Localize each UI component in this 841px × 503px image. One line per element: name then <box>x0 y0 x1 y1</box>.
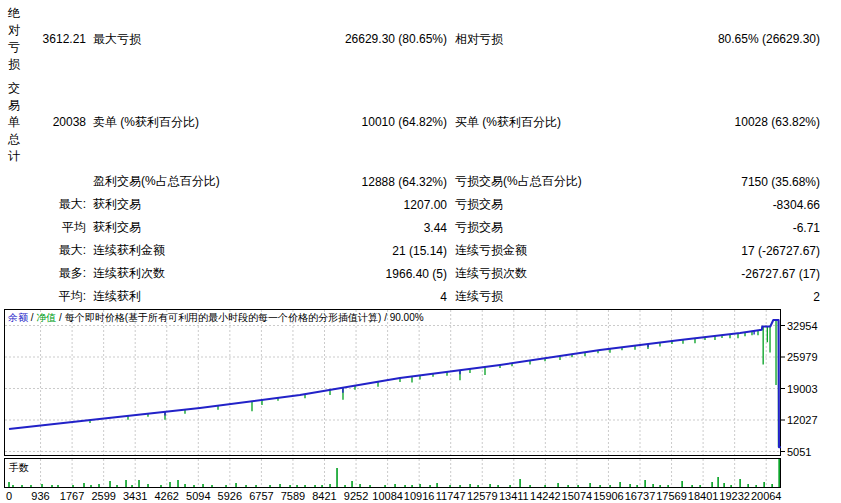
y-tick-label: 5051 <box>787 446 811 458</box>
legend-model-description: 每个即时价格(基于所有可利用的最小时段的每一个价格的分形插值计算) <box>65 312 382 323</box>
x-tick-label: 16737 <box>625 490 656 502</box>
legend-separator: / <box>56 312 64 323</box>
y-tick-label: 19003 <box>787 383 818 395</box>
x-tick-label: 5926 <box>218 490 242 502</box>
legend-balance-label: 余额 <box>8 312 28 323</box>
x-tick-label: 12579 <box>467 490 498 502</box>
x-tick-label: 1767 <box>60 490 84 502</box>
x-tick-label: 6757 <box>249 490 273 502</box>
x-tick-label: 18401 <box>688 490 719 502</box>
legend-equity-label: 净值 <box>36 312 56 323</box>
x-tick-label: 15074 <box>562 490 593 502</box>
x-tick-label: 5094 <box>186 490 210 502</box>
lots-axis-title: 手数 <box>9 461 29 475</box>
legend-separator: / <box>381 312 389 323</box>
y-tick-label: 25979 <box>787 351 818 363</box>
x-tick-label: 9252 <box>344 490 368 502</box>
x-tick-label: 4262 <box>155 490 179 502</box>
x-tick-label: 936 <box>31 490 49 502</box>
x-tick-label: 14242 <box>530 490 561 502</box>
x-tick-label: 0 <box>6 490 12 502</box>
x-tick-label: 17569 <box>656 490 687 502</box>
x-tick-label: 20064 <box>751 490 782 502</box>
x-tick-label: 2599 <box>91 490 115 502</box>
x-tick-label: 7589 <box>281 490 305 502</box>
x-tick-label: 13411 <box>499 490 529 502</box>
balance-chart: 3295425979190031202750510936176725993431… <box>0 0 841 503</box>
x-tick-label: 3431 <box>123 490 147 502</box>
chart-legend: 余额 / 净值 / 每个即时价格(基于所有可利用的最小时段的每一个价格的分形插值… <box>8 311 424 325</box>
x-tick-label: 10916 <box>404 490 435 502</box>
lots-chart-frame <box>5 459 781 488</box>
x-tick-label: 19232 <box>719 490 750 502</box>
x-tick-label: 10084 <box>372 490 403 502</box>
x-tick-label: 11747 <box>436 490 466 502</box>
strategy-tester-report: 绝对亏损3612.21最大亏损26629.30 (80.65%)相对亏损80.6… <box>0 0 841 503</box>
y-tick-label: 32954 <box>787 320 818 332</box>
x-tick-label: 8421 <box>312 490 336 502</box>
legend-model-quality: 90.00% <box>390 312 424 323</box>
main-chart-frame <box>5 310 781 456</box>
y-tick-label: 12027 <box>787 414 818 426</box>
x-tick-label: 15906 <box>593 490 624 502</box>
